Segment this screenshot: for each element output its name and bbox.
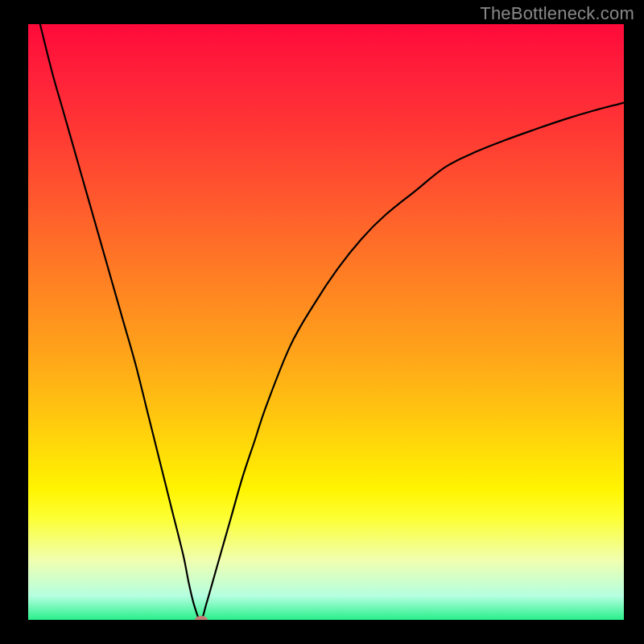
chart-plot-area [28, 24, 624, 620]
curve-line [40, 24, 624, 620]
attribution-text: TheBottleneck.com [480, 3, 634, 24]
optimum-marker [195, 616, 208, 620]
bottleneck-curve [28, 24, 624, 620]
